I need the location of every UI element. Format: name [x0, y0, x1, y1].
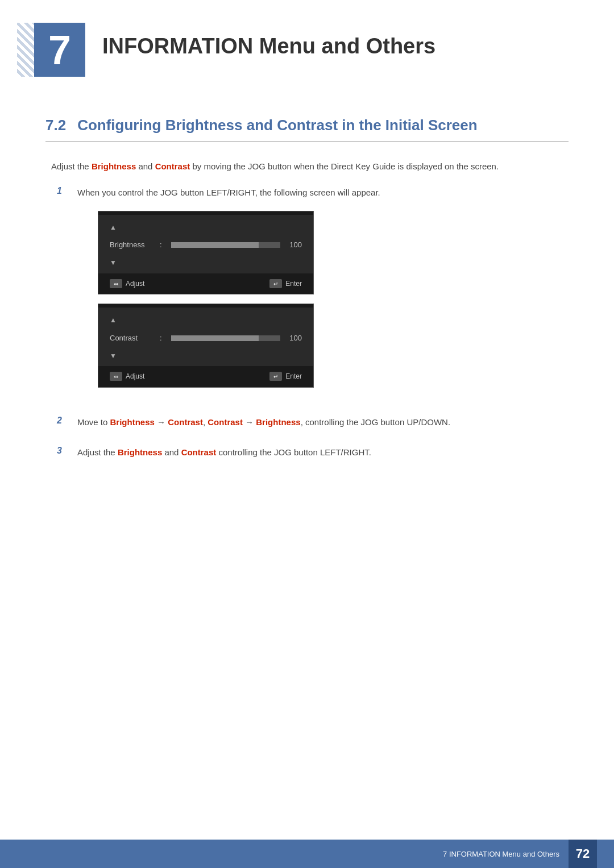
brightness-bar-fill	[171, 242, 259, 248]
step-content-1: When you control the JOG button LEFT/RIG…	[77, 185, 569, 399]
intro-text-part3: by moving the JOG button when the Direct…	[190, 161, 499, 171]
step2-suffix: , controlling the JOG button UP/DOWN.	[301, 417, 450, 427]
contrast-adjust-icon: ⇔	[110, 372, 122, 381]
adjust-label: Adjust	[126, 278, 144, 289]
chapter-number: 7	[48, 30, 71, 70]
step2-prefix: Move to	[77, 417, 110, 427]
brightness-screen-content: ▲ Brightness : 100 ▼	[98, 215, 313, 269]
contrast-label: Contrast	[110, 332, 155, 344]
chapter-number-block: 7	[34, 23, 85, 77]
step3-suffix: controlling the JOG button LEFT/RIGHT.	[216, 447, 371, 457]
section-title: Configuring Brightness and Contrast in t…	[77, 117, 478, 134]
contrast-bottom-bar: ⇔ Adjust ↵ Enter	[98, 366, 313, 387]
step2-brightness2: Brightness	[256, 417, 300, 427]
step-content-3: Adjust the Brightness and Contrast contr…	[77, 445, 569, 460]
step3-and: and	[162, 447, 181, 457]
steps-container: 1 When you control the JOG button LEFT/R…	[57, 185, 569, 460]
step2-arrow1: →	[155, 417, 168, 427]
content-area: 7.2 Configuring Brightness and Contrast …	[0, 94, 614, 521]
step3-prefix: Adjust the	[77, 447, 118, 457]
page-number: 72	[569, 840, 597, 868]
step3-contrast: Contrast	[181, 447, 217, 457]
contrast-arrow-down: ▼	[110, 350, 302, 362]
step-2: 2 Move to Brightness → Contrast, Contras…	[57, 415, 569, 430]
contrast-adjust-btn: ⇔ Adjust	[110, 371, 144, 382]
step2-brightness1: Brightness	[110, 417, 155, 427]
contrast-enter-btn: ↵ Enter	[269, 371, 302, 382]
adjust-icon: ⇔	[110, 279, 122, 288]
contrast-enter-icon: ↵	[269, 372, 282, 381]
brightness-label: Brightness	[110, 239, 155, 251]
step-number-3: 3	[57, 445, 67, 456]
step2-contrast1: Contrast	[168, 417, 203, 427]
contrast-highlight: Contrast	[155, 161, 190, 171]
intro-text-part1: Adjust the	[51, 161, 92, 171]
enter-label: Enter	[285, 278, 302, 289]
enter-icon: ↵	[269, 279, 282, 288]
brightness-bottom-bar: ⇔ Adjust ↵ Enter	[98, 273, 313, 294]
brightness-bar	[171, 242, 280, 248]
step3-brightness: Brightness	[118, 447, 162, 457]
intro-paragraph: Adjust the Brightness and Contrast by mo…	[51, 159, 569, 174]
step2-contrast2: Contrast	[208, 417, 243, 427]
brightness-screen: ▲ Brightness : 100 ▼	[98, 211, 314, 294]
brightness-highlight: Brightness	[92, 161, 136, 171]
contrast-bar-fill	[171, 335, 259, 341]
brightness-value: 100	[285, 239, 302, 251]
step2-arrow2: →	[243, 417, 256, 427]
contrast-enter-label: Enter	[285, 371, 302, 382]
brightness-colon: :	[160, 239, 162, 251]
section-number: 7.2	[45, 117, 66, 134]
brightness-arrow-up: ▲	[110, 222, 302, 233]
step-1-text: When you control the JOG button LEFT/RIG…	[77, 188, 380, 197]
contrast-screen: ▲ Contrast : 100 ▼	[98, 304, 314, 387]
step-3: 3 Adjust the Brightness and Contrast con…	[57, 445, 569, 460]
chapter-title: INFORMATION Menu and Others	[102, 23, 435, 59]
brightness-enter-btn: ↵ Enter	[269, 278, 302, 289]
brightness-adjust-btn: ⇔ Adjust	[110, 278, 144, 289]
section-heading: 7.2 Configuring Brightness and Contrast …	[45, 117, 569, 142]
brightness-arrow-down: ▼	[110, 257, 302, 268]
footer-text: 7 INFORMATION Menu and Others	[443, 850, 559, 858]
contrast-value: 100	[285, 332, 302, 344]
page-footer: 7 INFORMATION Menu and Others 72	[0, 840, 614, 868]
contrast-arrow-up: ▲	[110, 314, 302, 326]
step-content-2: Move to Brightness → Contrast, Contrast …	[77, 415, 569, 430]
step-number-2: 2	[57, 415, 67, 426]
screen-mockups: ▲ Brightness : 100 ▼	[98, 211, 314, 388]
contrast-row: Contrast : 100	[110, 329, 302, 348]
contrast-colon: :	[160, 332, 162, 344]
intro-text-part2: and	[136, 161, 155, 171]
brightness-row: Brightness : 100	[110, 235, 302, 255]
contrast-bar	[171, 335, 280, 341]
step2-comma: ,	[203, 417, 208, 427]
contrast-screen-content: ▲ Contrast : 100 ▼	[98, 308, 313, 362]
contrast-adjust-label: Adjust	[126, 371, 144, 382]
step-1: 1 When you control the JOG button LEFT/R…	[57, 185, 569, 399]
chapter-header: 7 INFORMATION Menu and Others	[0, 0, 614, 94]
step-number-1: 1	[57, 185, 67, 196]
